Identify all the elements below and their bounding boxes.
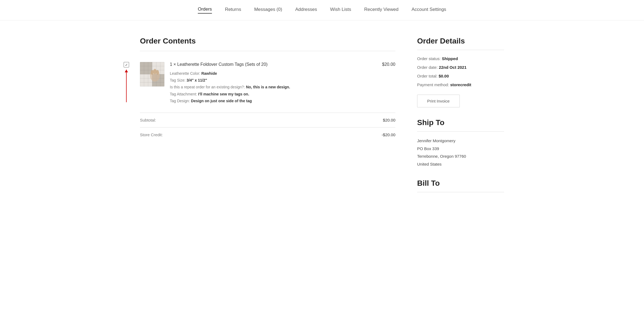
order-status-line: Order status: Shipped: [417, 55, 504, 62]
svg-point-15: [153, 69, 157, 74]
product-thumbnail: [140, 62, 164, 86]
svg-point-16: [156, 70, 159, 75]
print-invoice-button[interactable]: Print Invoice: [417, 95, 460, 107]
attr-size: Tag Size: 3/4" x 11/2": [170, 77, 395, 84]
attr-repeat: Is this a repeat order for an existing d…: [170, 84, 395, 91]
navigation: Orders Returns Messages (0) Addresses Wi…: [0, 0, 644, 20]
payment-method-line: Payment method: storecredit: [417, 82, 504, 88]
nav-recently-viewed[interactable]: Recently Viewed: [364, 7, 398, 13]
order-total-line: Order total: $0.00: [417, 73, 504, 79]
shipping-address: Jennifer Montgomery PO Box 339 Terrebonn…: [417, 137, 504, 168]
ship-to-divider: [417, 131, 504, 132]
bill-to-divider: [417, 192, 504, 192]
subtotal-value: $20.00: [383, 118, 395, 122]
attr-attachment: Tag Attachment: I'll machine sew my tags…: [170, 91, 395, 98]
arrow-up-icon: [126, 70, 127, 102]
ship-to-title: Ship To: [417, 118, 504, 127]
order-contents-title: Order Contents: [140, 37, 395, 45]
ship-line2: Terrebonne, Oregon 97760: [417, 153, 504, 160]
order-date-line: Order date: 22nd Oct 2021: [417, 64, 504, 71]
subtotal-row: Subtotal: $20.00: [140, 113, 395, 127]
order-details-section: Order Details Order status: Shipped Orde…: [417, 37, 504, 107]
svg-rect-1: [140, 62, 152, 74]
ship-name: Jennifer Montgomery: [417, 137, 504, 145]
order-status-value: Shipped: [442, 56, 458, 61]
nav-account-settings[interactable]: Account Settings: [412, 7, 446, 13]
order-total-value: $0.00: [439, 74, 449, 78]
page-content: Order Contents: [118, 20, 526, 219]
product-row: 1 × Leatherette Foldover Custom Tags (Se…: [140, 57, 395, 110]
order-details-panel: Order Details Order status: Shipped Orde…: [417, 37, 504, 203]
ship-line3: United States: [417, 160, 504, 168]
checkbox-annotation[interactable]: [124, 62, 129, 67]
product-price: $20.00: [382, 62, 395, 67]
store-credit-value: -$20.00: [382, 132, 395, 137]
attr-color: Leatherette Color: Rawhide: [170, 70, 395, 77]
bill-to-section: Bill To: [417, 179, 504, 192]
divider-top: [140, 51, 395, 51]
product-title-row: 1 × Leatherette Foldover Custom Tags (Se…: [170, 62, 395, 67]
nav-messages[interactable]: Messages (0): [254, 7, 282, 13]
ship-to-section: Ship To Jennifer Montgomery PO Box 339 T…: [417, 118, 504, 168]
annotation-area: [124, 62, 129, 102]
totals-section: Subtotal: $20.00 Store Credit: -$20.00: [140, 113, 395, 142]
product-title: 1 × Leatherette Foldover Custom Tags (Se…: [170, 62, 267, 67]
attr-design: Tag Design: Design on just one side of t…: [170, 98, 395, 104]
product-attributes: Leatherette Color: Rawhide Tag Size: 3/4…: [170, 70, 395, 104]
details-divider: [417, 50, 504, 50]
order-details-title: Order Details: [417, 37, 504, 45]
order-contents-section: Order Contents: [140, 37, 395, 203]
nav-wishlists[interactable]: Wish Lists: [330, 7, 351, 13]
ship-line1: PO Box 339: [417, 145, 504, 153]
payment-method-value: storecredit: [450, 82, 471, 87]
product-image: [140, 62, 164, 86]
store-credit-label: Store Credit:: [140, 132, 163, 137]
nav-orders[interactable]: Orders: [198, 7, 212, 14]
bill-to-title: Bill To: [417, 179, 504, 188]
order-date-value: 22nd Oct 2021: [439, 65, 467, 70]
subtotal-label: Subtotal:: [140, 118, 156, 122]
store-credit-row: Store Credit: -$20.00: [140, 127, 395, 142]
nav-addresses[interactable]: Addresses: [295, 7, 317, 13]
product-info: 1 × Leatherette Foldover Custom Tags (Se…: [170, 62, 395, 104]
svg-point-17: [151, 70, 154, 75]
nav-returns[interactable]: Returns: [225, 7, 241, 13]
